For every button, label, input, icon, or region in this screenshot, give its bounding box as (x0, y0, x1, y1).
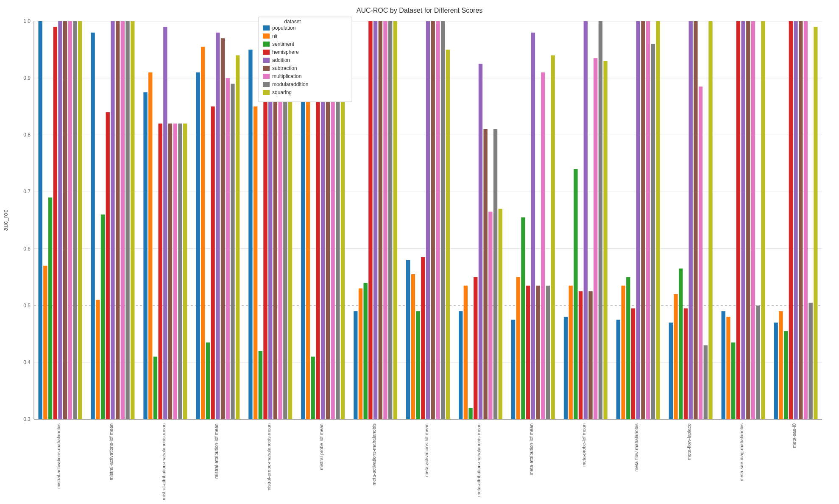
bar (516, 277, 520, 419)
bar (216, 33, 220, 419)
legend-color-swatch (263, 82, 270, 87)
y-tick-label: 0.5 (23, 303, 31, 309)
bar (699, 86, 702, 419)
bar (674, 294, 677, 419)
x-tick-label: meta-attribution-lof mean (529, 423, 534, 475)
bar (153, 356, 157, 419)
y-tick-label: 0.6 (23, 246, 31, 252)
bar (125, 21, 129, 419)
bar (273, 50, 277, 419)
legend-item-label: modularaddition (272, 81, 308, 87)
bar (259, 351, 262, 419)
bar (211, 106, 215, 419)
bar (564, 317, 568, 419)
bar (488, 212, 492, 419)
bar (774, 323, 778, 419)
bar (236, 55, 240, 419)
y-tick-label: 0.7 (23, 189, 31, 195)
bar (784, 331, 788, 419)
bar (808, 303, 812, 419)
bar (426, 21, 430, 419)
chart-container: AUC-ROC by Dataset for Different Scoresa… (0, 0, 839, 504)
bar (464, 286, 468, 419)
y-tick-label: 0.8 (23, 132, 31, 138)
bar (651, 44, 655, 419)
bar (799, 21, 803, 419)
bar (201, 47, 205, 419)
bar (588, 291, 592, 419)
bar (511, 320, 515, 419)
bar (374, 21, 377, 419)
bar (178, 123, 182, 419)
bar (91, 33, 95, 419)
bar (584, 21, 588, 419)
bar (388, 21, 392, 419)
bar (206, 342, 210, 419)
x-tick-label: mistral-activations-lof mean (109, 423, 114, 480)
bar (736, 21, 740, 419)
legend-item-label: sentiment (272, 41, 295, 47)
bar (316, 55, 320, 419)
bar (168, 123, 172, 419)
bar (354, 311, 357, 419)
bar (751, 21, 755, 419)
bar (183, 123, 187, 419)
legend-color-swatch (263, 42, 270, 47)
chart-svg: AUC-ROC by Dataset for Different Scoresa… (0, 0, 839, 504)
x-tick-label: meta-activations-mahalanobis (371, 423, 376, 486)
bar (574, 169, 577, 419)
bar (106, 112, 110, 419)
legend-item-label: subtraction (272, 65, 297, 71)
bar (804, 21, 808, 419)
bar (599, 21, 602, 419)
bar (684, 308, 688, 419)
bar (116, 21, 120, 419)
bar (641, 21, 645, 419)
x-tick-label: meta-attribution-mahalanobis mean (476, 423, 481, 497)
bar (111, 21, 114, 419)
bar (383, 21, 387, 419)
bar (131, 21, 134, 419)
y-tick-label: 1.0 (23, 18, 31, 24)
bar (226, 78, 229, 419)
bar (263, 50, 267, 419)
x-tick-label: meta-flow-mahalanobis (634, 423, 639, 472)
bar (679, 269, 683, 419)
bar (96, 300, 100, 419)
bar (73, 21, 77, 419)
legend-item-label: squaring (272, 89, 292, 95)
bar (656, 21, 660, 419)
bar (78, 21, 82, 419)
bar (541, 72, 545, 419)
bar (694, 21, 697, 419)
bar (636, 21, 640, 419)
bar (43, 266, 47, 419)
x-tick-label: mistral-attribution-mahalanobis mean (161, 423, 166, 500)
legend-item-label: multiplication (272, 73, 301, 79)
legend-item-label: population (272, 25, 295, 31)
bar (446, 50, 450, 419)
bar (393, 21, 397, 419)
bar (459, 311, 463, 419)
bar (173, 123, 177, 419)
bar (726, 317, 730, 419)
legend-color-swatch (263, 90, 270, 95)
bar (254, 106, 257, 419)
bar (546, 286, 550, 419)
bar (63, 21, 67, 419)
y-tick-label: 0.3 (23, 416, 31, 422)
bar (631, 308, 635, 419)
x-tick-label: meta-flow-laplace (686, 423, 691, 460)
bar (746, 21, 750, 419)
x-tick-label: meta-probe-lof mean (581, 423, 586, 467)
bar (704, 345, 708, 419)
bar (38, 21, 42, 419)
legend-color-swatch (263, 50, 270, 55)
bar (603, 61, 607, 419)
bar (411, 274, 415, 419)
bar (248, 50, 252, 419)
bar (379, 21, 382, 419)
bar (479, 64, 482, 419)
y-tick-label: 0.9 (23, 75, 31, 81)
bar (669, 323, 673, 419)
